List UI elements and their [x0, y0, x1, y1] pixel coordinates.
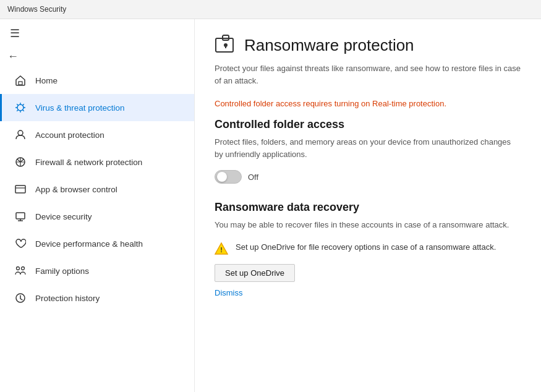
sidebar-item-label-account: Account protection: [35, 130, 104, 140]
app-body: ☰ ← HomeVirus & threat protectionAccount…: [0, 19, 541, 392]
sidebar-item-label-home: Home: [35, 76, 58, 85]
home-icon: [14, 74, 27, 87]
svg-rect-4: [15, 185, 25, 193]
svg-point-6: [17, 267, 20, 270]
toggle-knob: [217, 172, 227, 182]
sidebar-item-label-device-security: Device security: [35, 212, 92, 221]
page-subtitle: Protect your files against threats like …: [215, 62, 521, 87]
nav-items-container: HomeVirus & threat protectionAccount pro…: [0, 67, 194, 312]
sidebar-item-device-security[interactable]: Device security: [0, 203, 194, 230]
device-health-icon: [14, 237, 27, 250]
dismiss-link[interactable]: Dismiss: [215, 288, 521, 297]
sidebar-item-app-browser[interactable]: App & browser control: [0, 176, 194, 203]
hamburger-button[interactable]: ☰: [7, 25, 22, 41]
page-header: Ransomware protection: [215, 34, 521, 56]
ransomware-header-icon: [215, 34, 237, 56]
sidebar-top: ☰: [0, 19, 194, 46]
sidebar-item-family[interactable]: Family options: [0, 257, 194, 284]
svg-point-1: [17, 104, 23, 111]
virus-icon: [14, 101, 27, 114]
app-title: Windows Security: [7, 5, 66, 14]
firewall-icon: [14, 156, 27, 168]
protection-history-icon: [14, 292, 27, 304]
setup-onedrive-button[interactable]: Set up OneDrive: [215, 264, 295, 282]
sidebar-item-label-family: Family options: [35, 266, 89, 276]
svg-text:!: !: [220, 246, 223, 254]
svg-rect-12: [225, 45, 226, 48]
controlled-folder-desc: Protect files, folders, and memory areas…: [215, 136, 521, 160]
onedrive-notice-text: Set up OneDrive for file recovery option…: [236, 241, 496, 254]
main-content: Ransomware protection Protect your files…: [195, 19, 541, 392]
svg-point-2: [18, 130, 23, 135]
onedrive-notice: ! Set up OneDrive for file recovery opti…: [215, 241, 521, 255]
controlled-folder-warning: Controlled folder access requires turnin…: [215, 99, 521, 108]
sidebar-item-label-device-health: Device performance & health: [35, 239, 143, 249]
sidebar-item-label-protection-history: Protection history: [35, 294, 100, 303]
svg-rect-0: [19, 82, 22, 85]
sidebar-item-virus[interactable]: Virus & threat protection: [0, 94, 194, 121]
controlled-folder-toggle[interactable]: [215, 170, 242, 184]
ransomware-recovery-title: Ransomware data recovery: [215, 201, 521, 214]
sidebar-item-label-app-browser: App & browser control: [35, 185, 117, 194]
sidebar-item-firewall[interactable]: Firewall & network protection: [0, 148, 194, 176]
sidebar-item-account[interactable]: Account protection: [0, 121, 194, 148]
device-security-icon: [14, 210, 27, 223]
sidebar-item-device-health[interactable]: Device performance & health: [0, 230, 194, 257]
sidebar: ☰ ← HomeVirus & threat protectionAccount…: [0, 19, 195, 392]
account-icon: [14, 129, 27, 141]
recovery-section: Ransomware data recovery You may be able…: [215, 201, 521, 297]
sidebar-item-label-virus: Virus & threat protection: [35, 103, 125, 113]
family-icon: [14, 265, 27, 277]
title-bar: Windows Security: [0, 0, 541, 19]
svg-rect-5: [16, 213, 25, 219]
ransomware-recovery-desc: You may be able to recover files in thes…: [215, 219, 521, 231]
sidebar-item-home[interactable]: Home: [0, 67, 194, 94]
sidebar-item-protection-history[interactable]: Protection history: [0, 284, 194, 312]
warning-triangle-icon: !: [215, 242, 228, 255]
page-title: Ransomware protection: [244, 36, 414, 55]
svg-point-7: [22, 267, 25, 270]
controlled-folder-toggle-row: Off: [215, 170, 521, 184]
toggle-off-label: Off: [248, 173, 258, 182]
controlled-folder-title: Controlled folder access: [215, 118, 521, 131]
sidebar-item-label-firewall: Firewall & network protection: [35, 158, 142, 167]
app-browser-icon: [14, 183, 27, 195]
back-button[interactable]: ←: [0, 46, 194, 67]
